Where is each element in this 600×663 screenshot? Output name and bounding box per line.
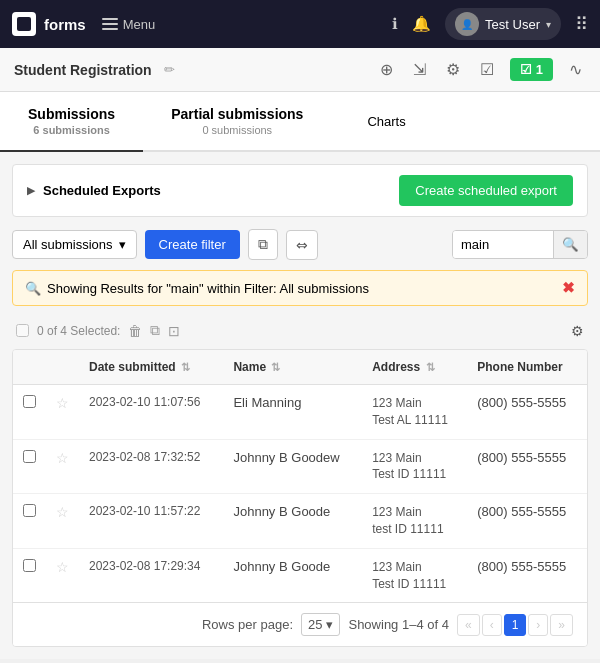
row-date-2: 2023-02-10 11:57:22 — [79, 494, 223, 549]
user-section[interactable]: 👤 Test User ▾ — [445, 8, 561, 40]
badge-icon: ☑ — [520, 62, 532, 77]
row-date-3: 2023-02-08 17:29:34 — [79, 548, 223, 602]
row-name-1: Johnny B Goodew — [223, 439, 362, 494]
grid-icon[interactable]: ⠿ — [575, 13, 588, 35]
pagination: Rows per page: 25 ▾ Showing 1–4 of 4 « ‹… — [13, 602, 587, 646]
select-label: All submissions — [23, 237, 113, 252]
search-input[interactable] — [453, 231, 553, 258]
next-page-button[interactable]: › — [528, 614, 548, 636]
brand-name: forms — [44, 16, 86, 33]
tabs-row: Submissions 6 submissions Partial submis… — [0, 92, 600, 152]
page-title: Student Registration — [14, 62, 152, 78]
star-icon-1[interactable]: ☆ — [56, 450, 69, 466]
row-checkbox-1[interactable] — [23, 450, 36, 463]
search-button[interactable]: 🔍 — [553, 231, 587, 258]
delete-icon[interactable]: 🗑 — [128, 323, 142, 339]
tab-charts-label: Charts — [367, 114, 405, 129]
search-box: 🔍 — [452, 230, 588, 259]
table-row: ☆ 2023-02-08 17:29:34 Johnny B Goode 123… — [13, 548, 587, 602]
table-row: ☆ 2023-02-10 11:07:56 Eli Manning 123 Ma… — [13, 385, 587, 440]
filter-row: All submissions ▾ Create filter ⧉ ⇔ 🔍 — [12, 229, 588, 260]
th-name-label: Name — [233, 360, 266, 374]
person-icon[interactable]: ⇲ — [409, 56, 430, 83]
th-phone-label: Phone Number — [477, 360, 562, 374]
tab-partial-sub: 0 submissions — [171, 124, 303, 136]
top-nav: forms Menu ℹ 🔔 👤 Test User ▾ ⠿ — [0, 0, 600, 48]
tab-partial[interactable]: Partial submissions 0 submissions — [143, 92, 331, 152]
row-address-0: 123 MainTest AL 11111 — [362, 385, 467, 440]
results-bar: 🔍 Showing Results for "main" within Filt… — [12, 270, 588, 306]
row-address-2: 123 Maintest ID 11111 — [362, 494, 467, 549]
row-phone-0: (800) 555-5555 — [467, 385, 587, 440]
th-date-label: Date submitted — [89, 360, 176, 374]
share-icon-button[interactable]: ⇔ — [286, 230, 318, 260]
info-icon[interactable]: ℹ — [392, 15, 398, 33]
content-area: ▶ Scheduled Exports Create scheduled exp… — [0, 152, 600, 659]
star-icon-0[interactable]: ☆ — [56, 395, 69, 411]
submissions-select[interactable]: All submissions ▾ — [12, 230, 137, 259]
page-1-button[interactable]: 1 — [504, 614, 527, 636]
row-checkbox-cell — [13, 548, 46, 602]
first-page-button[interactable]: « — [457, 614, 480, 636]
row-date-0: 2023-02-10 11:07:56 — [79, 385, 223, 440]
bell-icon[interactable]: 🔔 — [412, 15, 431, 33]
tab-partial-label: Partial submissions — [171, 106, 303, 122]
selected-row: 0 of 4 Selected: 🗑 ⧉ ⊡ ⚙ — [12, 316, 588, 345]
page-nav: « ‹ 1 › » — [457, 614, 573, 636]
check-icon[interactable]: ☑ — [476, 56, 498, 83]
results-text: Showing Results for "main" within Filter… — [47, 281, 369, 296]
select-chevron-icon: ▾ — [119, 237, 126, 252]
th-checkbox — [13, 350, 46, 385]
row-phone-1: (800) 555-5555 — [467, 439, 587, 494]
row-checkbox-3[interactable] — [23, 559, 36, 572]
column-settings-icon[interactable]: ⚙ — [571, 323, 584, 339]
create-filter-button[interactable]: Create filter — [145, 230, 240, 259]
rows-per-page-select[interactable]: 25 ▾ — [301, 613, 340, 636]
rows-per-page-value: 25 — [308, 617, 322, 632]
selected-label: 0 of 4 Selected: — [37, 324, 120, 338]
edit-icon[interactable]: ✏ — [164, 62, 175, 77]
tab-charts[interactable]: Charts — [331, 92, 441, 152]
rows-chevron-icon: ▾ — [326, 617, 333, 632]
star-icon-2[interactable]: ☆ — [56, 504, 69, 520]
tab-submissions-label: Submissions — [28, 106, 115, 122]
row-checkbox-cell — [13, 494, 46, 549]
row-name-2: Johnny B Goode — [223, 494, 362, 549]
th-name[interactable]: Name ⇅ — [223, 350, 362, 385]
avatar: 👤 — [455, 12, 479, 36]
menu-label: Menu — [123, 17, 156, 32]
prev-page-button[interactable]: ‹ — [482, 614, 502, 636]
sort-date-icon: ⇅ — [181, 361, 190, 373]
row-address-3: 123 MainTest ID 11111 — [362, 548, 467, 602]
select-all-checkbox[interactable] — [16, 324, 29, 337]
close-results-icon[interactable]: ✖ — [562, 279, 575, 297]
compass-icon[interactable]: ⊕ — [376, 56, 397, 83]
exports-toggle-icon[interactable]: ▶ — [27, 184, 35, 197]
th-address[interactable]: Address ⇅ — [362, 350, 467, 385]
th-date[interactable]: Date submitted ⇅ — [79, 350, 223, 385]
row-date-1: 2023-02-08 17:32:52 — [79, 439, 223, 494]
last-page-button[interactable]: » — [550, 614, 573, 636]
row-star-cell-2: ☆ — [46, 494, 79, 549]
search-sym-icon: 🔍 — [25, 281, 41, 296]
row-star-cell-0: ☆ — [46, 385, 79, 440]
create-export-button[interactable]: Create scheduled export — [399, 175, 573, 206]
copy-icon-button[interactable]: ⧉ — [248, 229, 278, 260]
row-name-0: Eli Manning — [223, 385, 362, 440]
menu-button[interactable]: Menu — [102, 17, 156, 32]
chart-icon[interactable]: ∿ — [565, 56, 586, 83]
row-name-3: Johnny B Goode — [223, 548, 362, 602]
row-checkbox-2[interactable] — [23, 504, 36, 517]
trash-icon[interactable]: ⊡ — [168, 323, 180, 339]
row-phone-2: (800) 555-5555 — [467, 494, 587, 549]
badge-count: 1 — [536, 62, 543, 77]
row-checkbox-cell — [13, 439, 46, 494]
showing-label: Showing 1–4 of 4 — [348, 617, 448, 632]
user-name: Test User — [485, 17, 540, 32]
star-icon-3[interactable]: ☆ — [56, 559, 69, 575]
tab-submissions[interactable]: Submissions 6 submissions — [0, 92, 143, 152]
duplicate-icon[interactable]: ⧉ — [150, 322, 160, 339]
row-checkbox-0[interactable] — [23, 395, 36, 408]
settings-icon[interactable]: ⚙ — [442, 56, 464, 83]
notifications-badge[interactable]: ☑ 1 — [510, 58, 553, 81]
